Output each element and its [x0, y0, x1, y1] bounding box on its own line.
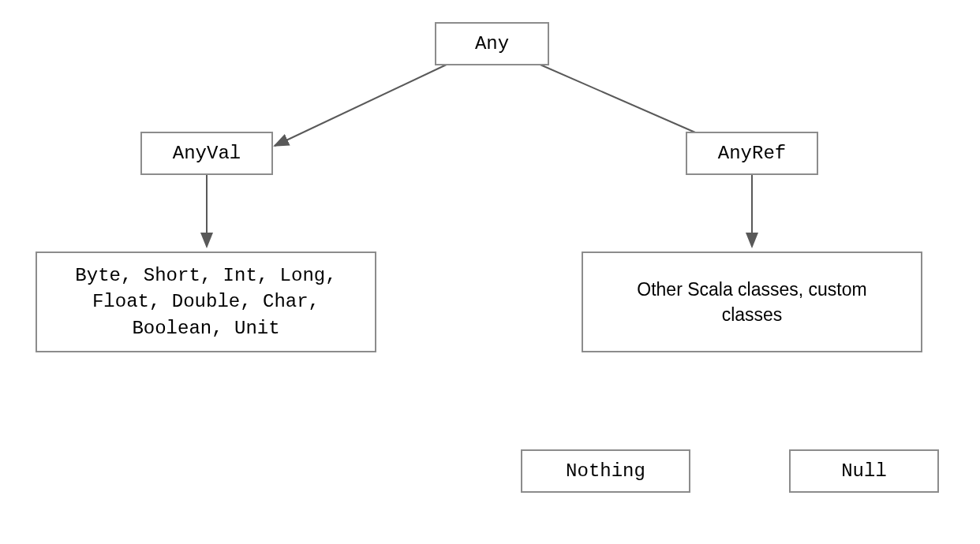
edge-any-to-anyval — [275, 63, 450, 146]
node-nothing: Nothing — [521, 449, 690, 493]
node-anyref: AnyRef — [686, 132, 818, 175]
diagram-canvas: Any AnyVal AnyRef Byte, Short, Int, Long… — [0, 0, 980, 544]
node-ref-types: Other Scala classes, custom classes — [582, 252, 922, 352]
node-null: Null — [789, 449, 939, 493]
node-value-types: Byte, Short, Int, Long, Float, Double, C… — [36, 252, 376, 352]
node-anyval: AnyVal — [140, 132, 273, 175]
node-any: Any — [435, 22, 549, 65]
